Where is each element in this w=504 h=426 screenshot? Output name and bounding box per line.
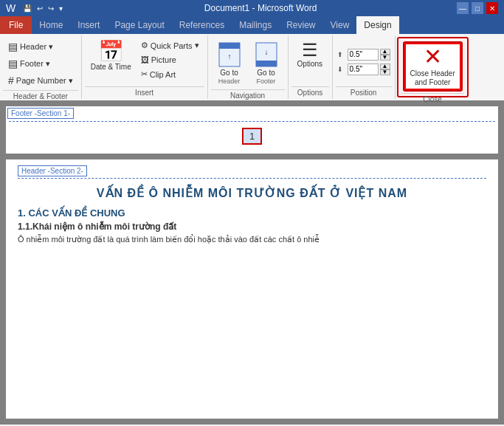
doc-paragraph: Ô nhiễm môi trường đất là quá trình làm … bbox=[18, 234, 486, 245]
undo-qa-btn[interactable]: ↩ bbox=[35, 4, 44, 13]
close-inner: ✕ Close Headerand Footer bbox=[401, 40, 464, 93]
qa-more-btn[interactable]: ▾ bbox=[58, 4, 64, 13]
group-position: ⬆ ▲ ▼ ⬇ ▲ ▼ Position bbox=[333, 35, 396, 99]
header-icon: ▤ bbox=[8, 41, 18, 52]
quick-parts-icon: ⚙ bbox=[141, 41, 148, 50]
ribbon-tabs: File Home Insert Page Layout References … bbox=[0, 16, 504, 34]
header-pos-input[interactable] bbox=[348, 49, 379, 61]
save-qa-btn[interactable]: 💾 bbox=[21, 4, 33, 13]
svg-text:↑: ↑ bbox=[227, 52, 231, 61]
page-number-btn[interactable]: # Page Number ▾ bbox=[4, 72, 77, 89]
group-insert: 📅 Date & Time ⚙ Quick Parts ▾ 🖼 Picture … bbox=[82, 35, 208, 99]
options-icon: ☰ bbox=[302, 41, 318, 59]
picture-icon: 🖼 bbox=[141, 55, 149, 64]
document-title: VẤN ĐỀ Ô NHIỄM MÔI TRƯỜNG ĐẤT Ở VIỆT NAM bbox=[18, 183, 486, 205]
hf-buttons: ▤ Header ▾ ▤ Footer ▾ # Page Number ▾ bbox=[3, 37, 78, 90]
doc-heading-1: 1. CÁC VẤN ĐỀ CHUNG bbox=[18, 207, 486, 219]
quick-parts-dropdown-icon: ▾ bbox=[195, 41, 199, 50]
quick-parts-btn[interactable]: ⚙ Quick Parts ▾ bbox=[137, 38, 203, 52]
header-divider bbox=[18, 178, 486, 179]
tab-mailings[interactable]: Mailings bbox=[232, 16, 279, 34]
quick-access-toolbar: W 💾 ↩ ↪ ▾ bbox=[6, 2, 64, 14]
options-btn[interactable]: ☰ Options bbox=[293, 38, 327, 71]
tab-insert[interactable]: Insert bbox=[70, 16, 107, 34]
group-close: ✕ Close Headerand Footer Close bbox=[397, 37, 469, 97]
group-header-footer: ▤ Header ▾ ▤ Footer ▾ # Page Number ▾ He… bbox=[0, 35, 82, 99]
doc-heading-2: 1.1.Khái niệm ô nhiễm môi trường đất bbox=[18, 221, 486, 232]
date-time-btn-wrap: 📅 Date & Time bbox=[86, 38, 136, 74]
nav-buttons: ↑ Go to Header ↓ Go to Footer bbox=[211, 37, 285, 89]
close-header-footer-btn[interactable]: ✕ Close Headerand Footer bbox=[403, 41, 463, 92]
picture-btn[interactable]: 🖼 Picture bbox=[137, 53, 203, 66]
header-dropdown-icon: ▾ bbox=[49, 42, 53, 52]
footer-pos-down[interactable]: ▼ bbox=[380, 69, 390, 75]
header-pos-spinner: ▲ ▼ bbox=[380, 49, 390, 61]
content-section: Header -Section 2- VẤN ĐỀ Ô NHIỄM MÔI TR… bbox=[6, 159, 498, 419]
group-options: ☰ Options Options bbox=[289, 35, 333, 99]
goto-header-icon: ↑ bbox=[218, 41, 241, 68]
ribbon-content: ▤ Header ▾ ▤ Footer ▾ # Page Number ▾ He… bbox=[0, 34, 504, 100]
tab-file[interactable]: File bbox=[0, 16, 32, 34]
title-bar: W 💾 ↩ ↪ ▾ Document1 - Microsoft Word — □… bbox=[0, 0, 504, 16]
hf-group-label: Header & Footer bbox=[3, 90, 78, 101]
redo-qa-btn[interactable]: ↪ bbox=[46, 4, 55, 13]
tab-design[interactable]: Design bbox=[356, 16, 398, 34]
svg-text:↓: ↓ bbox=[264, 48, 268, 56]
tab-review[interactable]: Review bbox=[279, 16, 322, 34]
nav-btn-group: ↑ Go to Header ↓ Go to Footer bbox=[213, 38, 283, 88]
quick-access-buttons: 💾 ↩ ↪ ▾ bbox=[21, 4, 64, 13]
word-logo-icon: W bbox=[6, 2, 15, 14]
insert-buttons: 📅 Date & Time ⚙ Quick Parts ▾ 🖼 Picture … bbox=[85, 37, 204, 86]
document-area: Footer -Section 1- 1 Header -Section 2- … bbox=[0, 100, 504, 425]
tab-home[interactable]: Home bbox=[32, 16, 70, 34]
footer-section-label: Footer -Section 1- bbox=[7, 108, 74, 119]
footer-btn[interactable]: ▤ Footer ▾ bbox=[4, 55, 77, 72]
close-hf-icon: ✕ bbox=[424, 46, 442, 68]
page-number-icon: # bbox=[8, 75, 14, 86]
position-inputs: ⬆ ▲ ▼ ⬇ ▲ ▼ bbox=[336, 37, 392, 86]
footer-pos-spinner: ▲ ▼ bbox=[380, 63, 390, 75]
close-hf-label: Close Headerand Footer bbox=[410, 69, 455, 87]
close-group-label: Close bbox=[401, 93, 464, 104]
window-title: Document1 - Microsoft Word bbox=[64, 3, 457, 13]
nav-group-label: Navigation bbox=[211, 89, 285, 100]
group-navigation: ↑ Go to Header ↓ Go to Footer Navigation bbox=[208, 35, 289, 99]
close-btn[interactable]: ✕ bbox=[486, 2, 498, 14]
footer-pos-icon: ⬇ bbox=[337, 66, 346, 73]
header-pos-icon: ⬆ bbox=[337, 51, 346, 58]
svg-rect-1 bbox=[219, 43, 240, 49]
options-group-label: Options bbox=[291, 86, 329, 97]
goto-header-btn[interactable]: ↑ Go to Header bbox=[213, 38, 246, 88]
footer-section-1: Footer -Section 1- 1 bbox=[6, 106, 498, 154]
tab-page-layout[interactable]: Page Layout bbox=[107, 16, 171, 34]
goto-footer-icon: ↓ bbox=[255, 41, 278, 68]
maximize-btn[interactable]: □ bbox=[472, 2, 483, 14]
footer-dropdown-icon: ▾ bbox=[46, 59, 50, 69]
tab-view[interactable]: View bbox=[323, 16, 357, 34]
minimize-btn[interactable]: — bbox=[457, 2, 469, 14]
page-number-display: 1 bbox=[242, 128, 262, 145]
header-btn[interactable]: ▤ Header ▾ bbox=[4, 38, 77, 55]
insert-sub-group: ⚙ Quick Parts ▾ 🖼 Picture ✂ Clip Art bbox=[137, 38, 203, 81]
header-section-label: Header -Section 2- bbox=[18, 165, 87, 176]
position-group-label: Position bbox=[336, 86, 392, 97]
footer-content: 1 bbox=[6, 122, 498, 151]
header-pos-row: ⬆ ▲ ▼ bbox=[337, 49, 390, 61]
insert-group-label: Insert bbox=[85, 86, 204, 97]
page-number-dropdown-icon: ▾ bbox=[69, 76, 73, 86]
window-controls: — □ ✕ bbox=[457, 2, 498, 14]
clip-art-btn[interactable]: ✂ Clip Art bbox=[137, 67, 203, 81]
svg-rect-4 bbox=[256, 61, 277, 66]
header-pos-down[interactable]: ▼ bbox=[380, 55, 390, 61]
hf-btn-group: ▤ Header ▾ ▤ Footer ▾ # Page Number ▾ bbox=[4, 38, 77, 89]
footer-pos-row: ⬇ ▲ ▼ bbox=[337, 63, 390, 75]
clip-art-icon: ✂ bbox=[141, 69, 148, 79]
footer-pos-input[interactable] bbox=[348, 63, 379, 75]
tab-references[interactable]: References bbox=[172, 16, 232, 34]
date-time-icon: 📅 bbox=[98, 41, 124, 62]
goto-footer-btn[interactable]: ↓ Go to Footer bbox=[249, 38, 283, 88]
options-buttons: ☰ Options bbox=[291, 37, 329, 86]
date-time-btn[interactable]: 📅 Date & Time bbox=[86, 38, 136, 74]
footer-icon: ▤ bbox=[8, 58, 18, 69]
